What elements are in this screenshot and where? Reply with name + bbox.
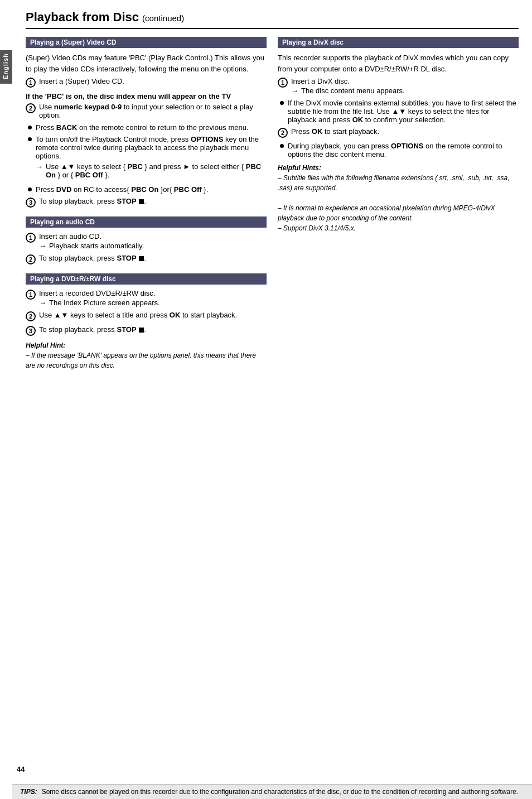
page-number: 44 bbox=[17, 765, 25, 773]
bullet-dot-options bbox=[28, 137, 32, 141]
section-header-audio-cd: Playing an audio CD bbox=[26, 216, 267, 228]
page-title: Playback from Disc (continued) bbox=[26, 10, 519, 29]
step-num-1: 1 bbox=[26, 78, 36, 88]
arrow-sym-auto: → bbox=[39, 242, 46, 250]
step-2-dvd-rw: 2 Use ▲▼ keys to select a title and pres… bbox=[26, 311, 267, 321]
section-header-divx: Playing a DivX disc bbox=[278, 37, 519, 48]
divx-step-num-1: 1 bbox=[278, 78, 288, 88]
arrow-index-text: The Index Picture screen appears. bbox=[49, 299, 160, 307]
dvd-hint-text: – If the message 'BLANK' appears on the … bbox=[26, 350, 267, 370]
bullet-options-divx-text: During playback, you can press OPTIONS o… bbox=[288, 142, 519, 158]
bullet-dot-back bbox=[28, 126, 32, 129]
step-1-divx: 1 Insert a DivX disc. → The disc content… bbox=[278, 77, 519, 95]
dvd-step-3-text: To stop playback, press STOP . bbox=[39, 325, 267, 334]
step-1-dvd-rw: 1 Insert a recorded DVD±R/±RW disc. → Th… bbox=[26, 289, 267, 307]
step-2-super-video: 2 Use numeric keypad 0-9 to input your s… bbox=[26, 103, 267, 119]
arrow-sym-disc: → bbox=[291, 86, 298, 95]
dvd-step-1-text: Insert a recorded DVD±R/±RW disc. → The … bbox=[39, 289, 267, 307]
bullet-options-text: To turn on/off the Playback Control mode… bbox=[36, 135, 267, 182]
bullet-back: Press BACK on the remote control to retu… bbox=[28, 123, 267, 132]
bullet-back-text: Press BACK on the remote control to retu… bbox=[36, 123, 267, 132]
dvd-hint-title: Helpful Hint: bbox=[26, 340, 267, 350]
bullet-subtitles: If the DivX movie contains external subt… bbox=[280, 99, 519, 124]
page-wrapper: English Playback from Disc (continued) P… bbox=[0, 0, 532, 799]
dvd-step-num-1: 1 bbox=[26, 290, 36, 300]
arrow-disc-menu: → The disc content menu appears. bbox=[291, 86, 519, 95]
section-dvd-rw: Playing a DVD±R/±RW disc 1 Insert a reco… bbox=[26, 273, 267, 370]
arrow-pbc-keys: → Use ▲▼ keys to select { PBC } and pres… bbox=[36, 162, 267, 179]
section-header-super-video-cd: Playing a (Super) Video CD bbox=[26, 37, 267, 48]
divx-intro: This recorder supports the playback of D… bbox=[278, 52, 519, 74]
bullet-options-pbc: To turn on/off the Playback Control mode… bbox=[28, 135, 267, 182]
bullet-options-divx: During playback, you can press OPTIONS o… bbox=[280, 142, 519, 158]
divx-step-2-text: Press OK to start playback. bbox=[291, 127, 519, 136]
audio-step-num-1: 1 bbox=[26, 233, 36, 243]
tips-bar: TIPS: Some discs cannot be played on thi… bbox=[12, 784, 532, 799]
dvd-step-num-3: 3 bbox=[26, 326, 36, 336]
arrow-index-picture: → The Index Picture screen appears. bbox=[39, 299, 267, 307]
bullet-dot-dvd bbox=[28, 187, 32, 191]
section-header-dvd-rw: Playing a DVD±R/±RW disc bbox=[26, 273, 267, 285]
tips-text: Some discs cannot be played on this reco… bbox=[42, 788, 519, 796]
step-2-divx: 2 Press OK to start playback. bbox=[278, 127, 519, 138]
section-divx: Playing a DivX disc This recorder suppor… bbox=[278, 37, 519, 233]
dvd-hint-block: Helpful Hint: – If the message 'BLANK' a… bbox=[26, 340, 267, 370]
audio-step-1-text: Insert an audio CD. → Playback starts au… bbox=[39, 232, 267, 250]
arrow-disc-text: The disc content menu appears. bbox=[301, 86, 405, 95]
arrow-playback-auto: → Playback starts automatically. bbox=[39, 242, 267, 250]
divx-hint-title: Helpful Hints: bbox=[278, 163, 519, 173]
dvd-step-num-2: 2 bbox=[26, 311, 36, 321]
bullet-dvd-text: Press DVD on RC to access{ PBC On }or{ P… bbox=[36, 185, 267, 194]
bullet-dot-sub bbox=[280, 101, 284, 105]
arrow-sym-index: → bbox=[39, 299, 46, 307]
step-3-dvd-rw: 3 To stop playback, press STOP . bbox=[26, 325, 267, 336]
step-num-2: 2 bbox=[26, 103, 36, 113]
audio-step-num-2: 2 bbox=[26, 254, 36, 264]
step-num-3: 3 bbox=[26, 198, 36, 208]
stop-icon-dvd bbox=[139, 328, 144, 333]
two-column-layout: Playing a (Super) Video CD (Super) Video… bbox=[26, 37, 519, 379]
title-continued: (continued) bbox=[142, 13, 184, 23]
sidebar-english-label: English bbox=[0, 50, 12, 84]
sub-heading-pbc: If the 'PBC' is on, the disc index menu … bbox=[26, 92, 267, 100]
title-text: Playback from Disc bbox=[26, 10, 139, 24]
step-1-super-video: 1 Insert a (Super) Video CD. bbox=[26, 77, 267, 88]
arrow-symbol-pbc: → bbox=[36, 162, 43, 171]
main-content: Playback from Disc (continued) Playing a… bbox=[12, 0, 532, 413]
tips-label: TIPS: bbox=[20, 788, 37, 796]
section-audio-cd: Playing an audio CD 1 Insert an audio CD… bbox=[26, 216, 267, 264]
arrow-pbc-text: Use ▲▼ keys to select { PBC } and press … bbox=[46, 162, 267, 179]
divx-hint-block: Helpful Hints: – Subtitle files with the… bbox=[278, 163, 519, 233]
divx-step-num-2: 2 bbox=[278, 128, 288, 138]
stop-icon bbox=[139, 199, 144, 204]
kbd-numeric: numeric keypad 0-9 bbox=[54, 103, 122, 111]
step-1-text: Insert a (Super) Video CD. bbox=[39, 77, 267, 85]
dvd-step-2-text: Use ▲▼ keys to select a title and press … bbox=[39, 311, 267, 319]
divx-hint-line-2: – It is normal to experience an occasion… bbox=[278, 203, 519, 223]
step-1-audio-cd: 1 Insert an audio CD. → Playback starts … bbox=[26, 232, 267, 250]
audio-step-2-text: To stop playback, press STOP . bbox=[39, 254, 267, 262]
divx-hint-line-3: – Support DivX 3.11/4/5.x. bbox=[278, 223, 519, 233]
step-3-text: To stop playback, press STOP . bbox=[39, 197, 267, 205]
bullet-subtitles-text: If the DivX movie contains external subt… bbox=[288, 99, 519, 124]
bullet-dvd-pbc: Press DVD on RC to access{ PBC On }or{ P… bbox=[28, 185, 267, 194]
super-video-cd-intro: (Super) Video CDs may feature 'PBC' (Pla… bbox=[26, 52, 267, 74]
section-super-video-cd: Playing a (Super) Video CD (Super) Video… bbox=[26, 37, 267, 208]
right-column: Playing a DivX disc This recorder suppor… bbox=[278, 37, 519, 242]
stop-icon-audio bbox=[139, 256, 144, 261]
step-2-audio-cd: 2 To stop playback, press STOP . bbox=[26, 254, 267, 264]
bullet-dot-options-divx bbox=[280, 144, 284, 148]
step-3-super-video: 3 To stop playback, press STOP . bbox=[26, 197, 267, 208]
left-column: Playing a (Super) Video CD (Super) Video… bbox=[26, 37, 267, 379]
arrow-auto-text: Playback starts automatically. bbox=[49, 242, 144, 250]
divx-hint-line-1: – Subtitle files with the following file… bbox=[278, 173, 519, 193]
step-2-text: Use numeric keypad 0-9 to input your sel… bbox=[39, 103, 267, 119]
divx-step-1-text: Insert a DivX disc. → The disc content m… bbox=[291, 77, 519, 95]
